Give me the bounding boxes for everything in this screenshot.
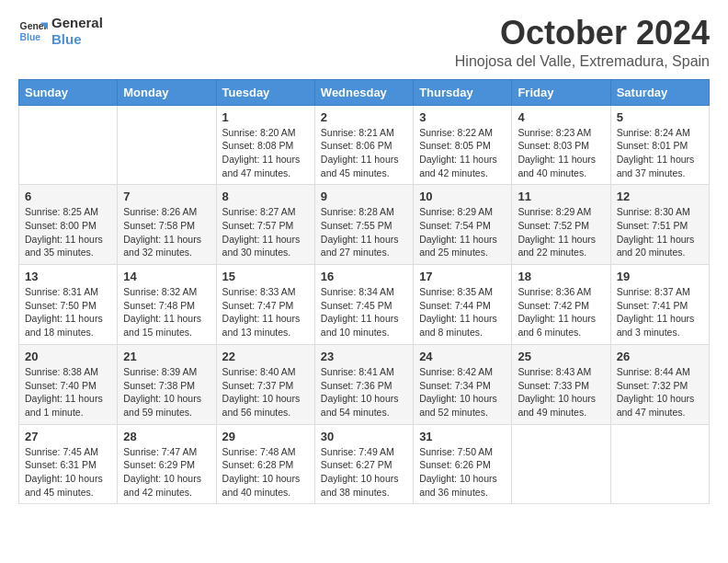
weekday-header-row: SundayMondayTuesdayWednesdayThursdayFrid… <box>19 79 710 105</box>
calendar-cell: 14Sunrise: 8:32 AMSunset: 7:48 PMDayligh… <box>118 265 216 345</box>
day-info: Sunrise: 8:32 AMSunset: 7:48 PMDaylight:… <box>123 285 210 339</box>
day-info-line: Sunset: 8:05 PM <box>419 139 506 153</box>
day-info-line: Sunset: 7:37 PM <box>222 379 309 393</box>
day-info-line: Daylight: 11 hours and 18 minutes. <box>25 312 111 339</box>
day-info-line: Daylight: 11 hours and 6 minutes. <box>518 312 604 339</box>
day-info: Sunrise: 8:31 AMSunset: 7:50 PMDaylight:… <box>25 285 111 339</box>
day-info: Sunrise: 8:29 AMSunset: 7:54 PMDaylight:… <box>419 205 506 259</box>
day-info-line: Daylight: 11 hours and 37 minutes. <box>617 153 703 179</box>
weekday-header-thursday: Thursday <box>414 79 512 105</box>
day-info-line: Sunrise: 8:41 AM <box>321 365 407 379</box>
day-number: 30 <box>321 430 407 443</box>
day-info-line: Daylight: 10 hours and 42 minutes. <box>123 472 210 499</box>
day-info-line: Daylight: 11 hours and 32 minutes. <box>123 233 210 259</box>
day-info: Sunrise: 8:42 AMSunset: 7:34 PMDaylight:… <box>419 365 506 419</box>
day-info-line: Sunrise: 8:38 AM <box>25 365 111 379</box>
calendar-cell: 29Sunrise: 7:48 AMSunset: 6:28 PMDayligh… <box>216 424 314 504</box>
calendar-cell: 28Sunrise: 7:47 AMSunset: 6:29 PMDayligh… <box>118 424 216 504</box>
day-info: Sunrise: 8:20 AMSunset: 8:08 PMDaylight:… <box>222 126 309 180</box>
day-info: Sunrise: 8:24 AMSunset: 8:01 PMDaylight:… <box>617 126 703 180</box>
calendar-cell <box>512 424 610 504</box>
day-number: 8 <box>222 190 309 203</box>
day-info-line: Sunset: 7:32 PM <box>617 379 703 393</box>
calendar-cell: 19Sunrise: 8:37 AMSunset: 7:41 PMDayligh… <box>610 265 709 345</box>
calendar-cell: 6Sunrise: 8:25 AMSunset: 8:00 PMDaylight… <box>19 185 118 265</box>
day-info-line: Sunrise: 8:29 AM <box>419 205 506 219</box>
day-info-line: Sunrise: 8:33 AM <box>222 285 309 299</box>
day-info-line: Sunrise: 8:43 AM <box>518 365 604 379</box>
day-number: 9 <box>321 190 407 203</box>
day-number: 2 <box>321 110 407 124</box>
day-info-line: Sunrise: 8:29 AM <box>518 205 604 219</box>
day-info-line: Sunrise: 7:49 AM <box>321 445 407 459</box>
day-info-line: Sunset: 7:51 PM <box>617 219 703 233</box>
day-info-line: Sunrise: 8:30 AM <box>617 205 703 219</box>
logo: General Blue General Blue <box>18 15 103 48</box>
day-info-line: Daylight: 11 hours and 45 minutes. <box>321 153 407 179</box>
day-info-line: Sunrise: 8:35 AM <box>419 285 506 299</box>
day-number: 31 <box>419 430 506 443</box>
day-info-line: Daylight: 11 hours and 35 minutes. <box>25 233 111 259</box>
title-block: October 2024 Hinojosa del Valle, Extrema… <box>455 15 710 70</box>
main-title: October 2024 <box>455 15 710 52</box>
weekday-header-friday: Friday <box>512 79 610 105</box>
calendar-cell: 26Sunrise: 8:44 AMSunset: 7:32 PMDayligh… <box>610 344 709 424</box>
day-info-line: Sunset: 7:38 PM <box>123 379 210 393</box>
day-info-line: Sunset: 7:44 PM <box>419 299 506 313</box>
calendar-cell: 21Sunrise: 8:39 AMSunset: 7:38 PMDayligh… <box>118 344 216 424</box>
calendar-cell: 24Sunrise: 8:42 AMSunset: 7:34 PMDayligh… <box>414 344 512 424</box>
day-info-line: Sunrise: 7:45 AM <box>25 445 111 459</box>
weekday-header-monday: Monday <box>118 79 216 105</box>
day-number: 14 <box>123 270 210 283</box>
day-info-line: Daylight: 11 hours and 13 minutes. <box>222 312 309 339</box>
day-info-line: Daylight: 11 hours and 1 minute. <box>25 392 111 419</box>
calendar-cell: 1Sunrise: 8:20 AMSunset: 8:08 PMDaylight… <box>216 105 314 185</box>
day-info: Sunrise: 8:23 AMSunset: 8:03 PMDaylight:… <box>518 126 604 180</box>
day-info-line: Sunrise: 8:22 AM <box>419 126 506 140</box>
day-info-line: Sunset: 6:26 PM <box>419 458 506 472</box>
day-info: Sunrise: 8:37 AMSunset: 7:41 PMDaylight:… <box>617 285 703 339</box>
week-row-4: 20Sunrise: 8:38 AMSunset: 7:40 PMDayligh… <box>19 344 710 424</box>
calendar-cell: 2Sunrise: 8:21 AMSunset: 8:06 PMDaylight… <box>314 105 413 185</box>
day-info: Sunrise: 8:44 AMSunset: 7:32 PMDaylight:… <box>617 365 703 419</box>
day-info-line: Sunset: 7:50 PM <box>25 299 111 313</box>
day-number: 13 <box>25 270 111 283</box>
header: General Blue General Blue October 2024 H… <box>18 15 710 70</box>
day-info-line: Sunset: 7:57 PM <box>222 219 309 233</box>
day-info-line: Sunrise: 8:31 AM <box>25 285 111 299</box>
day-info-line: Daylight: 11 hours and 27 minutes. <box>321 233 407 259</box>
day-number: 3 <box>419 110 506 124</box>
day-number: 7 <box>123 190 210 203</box>
day-info-line: Sunset: 7:58 PM <box>123 219 210 233</box>
day-number: 4 <box>518 110 604 124</box>
day-info-line: Sunset: 7:55 PM <box>321 219 407 233</box>
calendar-cell: 3Sunrise: 8:22 AMSunset: 8:05 PMDaylight… <box>414 105 512 185</box>
day-info: Sunrise: 8:43 AMSunset: 7:33 PMDaylight:… <box>518 365 604 419</box>
calendar-cell: 9Sunrise: 8:28 AMSunset: 7:55 PMDaylight… <box>314 185 413 265</box>
day-info-line: Sunrise: 8:37 AM <box>617 285 703 299</box>
day-info: Sunrise: 8:39 AMSunset: 7:38 PMDaylight:… <box>123 365 210 419</box>
calendar-cell: 5Sunrise: 8:24 AMSunset: 8:01 PMDaylight… <box>610 105 709 185</box>
day-info: Sunrise: 7:50 AMSunset: 6:26 PMDaylight:… <box>419 445 506 500</box>
logo-blue: Blue <box>51 31 103 48</box>
calendar-cell: 18Sunrise: 8:36 AMSunset: 7:42 PMDayligh… <box>512 265 610 345</box>
calendar-cell: 8Sunrise: 8:27 AMSunset: 7:57 PMDaylight… <box>216 185 314 265</box>
week-row-5: 27Sunrise: 7:45 AMSunset: 6:31 PMDayligh… <box>19 424 710 504</box>
subtitle: Hinojosa del Valle, Extremadura, Spain <box>455 53 710 70</box>
day-info-line: Sunset: 8:01 PM <box>617 139 703 153</box>
day-info-line: Daylight: 11 hours and 10 minutes. <box>321 312 407 339</box>
day-number: 5 <box>617 110 703 124</box>
logo-icon: General Blue <box>18 17 48 46</box>
calendar-cell: 23Sunrise: 8:41 AMSunset: 7:36 PMDayligh… <box>314 344 413 424</box>
day-info-line: Daylight: 11 hours and 8 minutes. <box>419 312 506 339</box>
day-info-line: Daylight: 11 hours and 22 minutes. <box>518 233 604 259</box>
day-info-line: Sunset: 6:29 PM <box>123 458 210 472</box>
day-info-line: Sunrise: 7:47 AM <box>123 445 210 459</box>
day-info-line: Sunrise: 8:32 AM <box>123 285 210 299</box>
week-row-1: 1Sunrise: 8:20 AMSunset: 8:08 PMDaylight… <box>19 105 710 185</box>
logo-general: General <box>51 15 103 31</box>
day-info-line: Sunset: 7:48 PM <box>123 299 210 313</box>
day-info-line: Daylight: 10 hours and 54 minutes. <box>321 392 407 419</box>
day-info-line: Daylight: 10 hours and 38 minutes. <box>321 472 407 499</box>
day-info-line: Daylight: 10 hours and 52 minutes. <box>419 392 506 419</box>
